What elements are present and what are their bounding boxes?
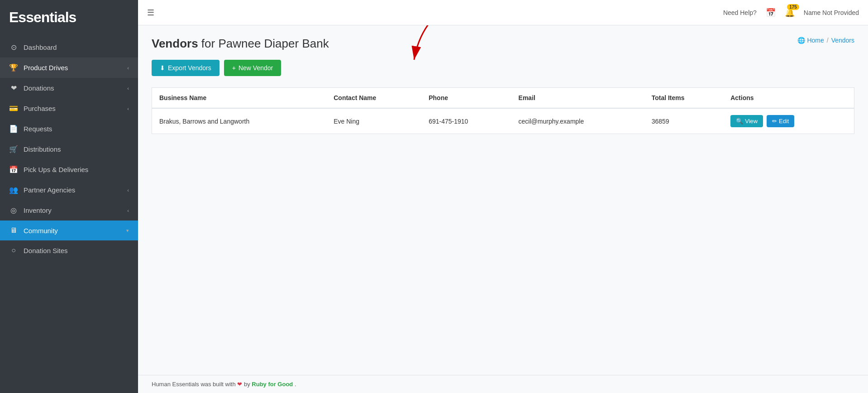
new-vendor-button[interactable]: + New Vendor	[224, 60, 281, 76]
sidebar-brand: Essentials	[0, 0, 138, 37]
requests-icon: 📄	[9, 125, 18, 133]
sidebar: Essentials ⊙ Dashboard 🏆 Product Drives …	[0, 0, 138, 393]
chevron-icon-donations: ‹	[127, 86, 129, 91]
search-icon: 🔍	[736, 118, 743, 125]
cell-actions: 🔍 View ✏ Edit	[723, 108, 854, 134]
sidebar-label-purchases: Purchases	[24, 105, 56, 112]
inventory-icon: ◎	[9, 206, 18, 215]
page-footer: Human Essentials was built with ❤ by Rub…	[138, 375, 868, 393]
sidebar-label-community: Community	[24, 227, 58, 235]
sidebar-item-purchases[interactable]: 💳 Purchases ‹	[0, 98, 138, 119]
chevron-icon-product-drives: ‹	[127, 65, 129, 71]
need-help-link[interactable]: Need Help?	[723, 9, 757, 16]
home-icon: 🌐	[797, 37, 805, 44]
breadcrumb: 🌐 Home / Vendors	[797, 37, 854, 44]
cell-email: cecil@murphy.example	[511, 108, 644, 134]
sidebar-label-inventory: Inventory	[24, 206, 52, 214]
dashboard-icon: ⊙	[9, 43, 18, 52]
sidebar-item-dashboard[interactable]: ⊙ Dashboard	[0, 37, 138, 58]
cell-phone: 691-475-1910	[421, 108, 511, 134]
col-contact-name: Contact Name	[326, 88, 421, 109]
col-total-items: Total Items	[644, 88, 724, 109]
user-name: Name Not Provided	[804, 9, 859, 16]
sidebar-item-requests[interactable]: 📄 Requests	[0, 119, 138, 139]
cell-contact-name: Eve Ning	[326, 108, 421, 134]
breadcrumb-separator: /	[827, 37, 829, 44]
sidebar-label-distributions: Distributions	[24, 145, 61, 153]
sidebar-label-product-drives: Product Drives	[24, 64, 68, 72]
sidebar-item-community[interactable]: 🖥 Community ▾	[0, 220, 138, 240]
heart-icon: ❤	[237, 381, 244, 388]
edit-button[interactable]: ✏ Edit	[767, 115, 794, 127]
action-buttons: ⬇ Export Vendors + New Vendor	[152, 60, 854, 76]
chevron-icon-community: ▾	[126, 228, 129, 234]
col-business-name: Business Name	[152, 88, 327, 109]
main-content: ☰ Need Help? 📅 🔔 175 Name Not Provided V…	[138, 0, 868, 393]
community-icon: 🖥	[9, 226, 18, 235]
notification-badge[interactable]: 🔔 175	[785, 8, 795, 18]
chevron-icon-inventory: ‹	[127, 208, 129, 213]
sidebar-item-pickups[interactable]: 📅 Pick Ups & Deliveries	[0, 159, 138, 180]
sidebar-label-donations: Donations	[24, 84, 54, 92]
edit-icon: ✏	[772, 118, 777, 125]
sidebar-item-donations[interactable]: ❤ Donations ‹	[0, 78, 138, 98]
download-icon: ⬇	[160, 64, 165, 72]
chevron-icon-partner-agencies: ‹	[127, 187, 129, 193]
page-title: Vendors for Pawnee Diaper Bank	[152, 37, 329, 51]
sidebar-item-inventory[interactable]: ◎ Inventory ‹	[0, 200, 138, 220]
vendors-table: Business Name Contact Name Phone Email T…	[152, 87, 854, 134]
sidebar-item-product-drives[interactable]: 🏆 Product Drives ‹	[0, 58, 138, 78]
col-phone: Phone	[421, 88, 511, 109]
purchases-icon: 💳	[9, 104, 18, 113]
page-content: Vendors for Pawnee Diaper Bank 🌐 Home / …	[138, 25, 868, 375]
sidebar-item-distributions[interactable]: 🛒 Distributions	[0, 139, 138, 159]
chevron-icon-purchases: ‹	[127, 106, 129, 111]
breadcrumb-home-link[interactable]: 🌐 Home	[797, 37, 824, 44]
plus-icon: +	[232, 64, 236, 72]
sidebar-label-donation-sites: Donation Sites	[24, 247, 68, 254]
distributions-icon: 🛒	[9, 145, 18, 153]
ruby-for-good-link[interactable]: Ruby for Good	[252, 381, 293, 388]
table-header-row: Business Name Contact Name Phone Email T…	[152, 88, 854, 109]
calendar-icon[interactable]: 📅	[766, 8, 776, 18]
product-drives-icon: 🏆	[9, 63, 18, 72]
notification-count: 175	[787, 4, 799, 10]
hamburger-icon[interactable]: ☰	[147, 8, 154, 18]
col-actions: Actions	[723, 88, 854, 109]
sidebar-item-donation-sites[interactable]: ○ Donation Sites	[0, 240, 138, 260]
breadcrumb-current[interactable]: Vendors	[831, 37, 854, 44]
view-button[interactable]: 🔍 View	[730, 115, 763, 127]
donation-sites-icon: ○	[9, 246, 18, 254]
sidebar-label-partner-agencies: Partner Agencies	[24, 186, 75, 194]
topbar: ☰ Need Help? 📅 🔔 175 Name Not Provided	[138, 0, 868, 25]
sidebar-label-pickups: Pick Ups & Deliveries	[24, 166, 88, 173]
sidebar-label-dashboard: Dashboard	[24, 43, 57, 51]
cell-total-items: 36859	[644, 108, 724, 134]
cell-business-name: Brakus, Barrows and Langworth	[152, 108, 327, 134]
table-row: Brakus, Barrows and Langworth Eve Ning 6…	[152, 108, 854, 134]
page-header: Vendors for Pawnee Diaper Bank 🌐 Home / …	[152, 37, 854, 51]
sidebar-item-partner-agencies[interactable]: 👥 Partner Agencies ‹	[0, 180, 138, 200]
donations-icon: ❤	[9, 84, 18, 92]
pickups-icon: 📅	[9, 165, 18, 174]
col-email: Email	[511, 88, 644, 109]
partner-agencies-icon: 👥	[9, 186, 18, 194]
sidebar-label-requests: Requests	[24, 125, 52, 133]
export-vendors-button[interactable]: ⬇ Export Vendors	[152, 60, 219, 76]
